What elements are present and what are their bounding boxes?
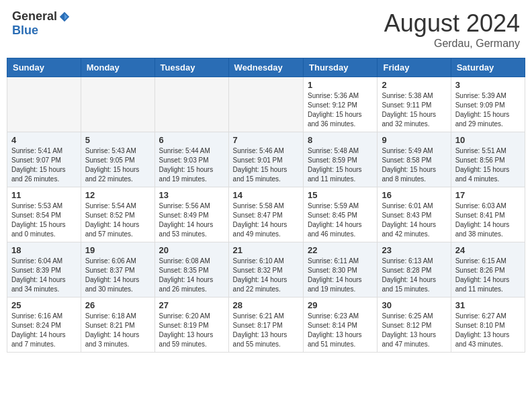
logo-blue-text: Blue xyxy=(12,24,38,38)
calendar-table: Sunday Monday Tuesday Wednesday Thursday… xyxy=(7,58,525,353)
day-number: 14 xyxy=(233,190,299,200)
table-row: 18Sunrise: 6:04 AMSunset: 8:39 PMDayligh… xyxy=(7,242,81,298)
day-number: 2 xyxy=(382,80,446,90)
day-info: Sunrise: 6:18 AMSunset: 8:21 PMDaylight:… xyxy=(85,312,150,349)
day-number: 22 xyxy=(308,245,373,255)
day-info: Sunrise: 5:53 AMSunset: 8:54 PMDaylight:… xyxy=(11,201,77,239)
table-row: 5Sunrise: 5:43 AMSunset: 9:05 PMDaylight… xyxy=(81,132,154,187)
day-number: 21 xyxy=(233,245,299,255)
table-row: 29Sunrise: 6:23 AMSunset: 8:14 PMDayligh… xyxy=(304,298,378,353)
table-row: 1Sunrise: 5:36 AMSunset: 9:12 PMDaylight… xyxy=(304,77,378,132)
day-info: Sunrise: 6:01 AMSunset: 8:43 PMDaylight:… xyxy=(382,201,446,239)
day-number: 24 xyxy=(455,245,521,255)
title-section: August 2024 Gerdau, Germany xyxy=(384,9,520,50)
header-monday: Monday xyxy=(81,58,154,77)
day-info: Sunrise: 5:58 AMSunset: 8:47 PMDaylight:… xyxy=(233,201,299,239)
header-friday: Friday xyxy=(378,58,451,77)
table-row: 30Sunrise: 6:25 AMSunset: 8:12 PMDayligh… xyxy=(378,298,451,353)
day-number: 15 xyxy=(308,190,373,200)
table-row: 26Sunrise: 6:18 AMSunset: 8:21 PMDayligh… xyxy=(81,298,154,353)
table-row: 7Sunrise: 5:46 AMSunset: 9:01 PMDaylight… xyxy=(228,132,303,187)
day-info: Sunrise: 5:59 AMSunset: 8:45 PMDaylight:… xyxy=(308,201,373,239)
table-row: 17Sunrise: 6:03 AMSunset: 8:41 PMDayligh… xyxy=(451,187,525,242)
location-subtitle: Gerdau, Germany xyxy=(384,38,520,50)
day-info: Sunrise: 6:16 AMSunset: 8:24 PMDaylight:… xyxy=(11,312,77,349)
day-number: 10 xyxy=(455,135,521,145)
header-saturday: Saturday xyxy=(451,58,525,77)
table-row: 14Sunrise: 5:58 AMSunset: 8:47 PMDayligh… xyxy=(228,187,303,242)
table-row: 24Sunrise: 6:15 AMSunset: 8:26 PMDayligh… xyxy=(451,242,525,298)
day-number: 12 xyxy=(85,190,150,200)
table-row: 22Sunrise: 6:11 AMSunset: 8:30 PMDayligh… xyxy=(304,242,378,298)
logo-icon xyxy=(58,11,71,23)
day-info: Sunrise: 6:03 AMSunset: 8:41 PMDaylight:… xyxy=(455,201,521,239)
day-number: 25 xyxy=(11,300,77,310)
table-row: 15Sunrise: 5:59 AMSunset: 8:45 PMDayligh… xyxy=(304,187,378,242)
table-row: 2Sunrise: 5:38 AMSunset: 9:11 PMDaylight… xyxy=(378,77,451,132)
table-row: 20Sunrise: 6:08 AMSunset: 8:35 PMDayligh… xyxy=(154,242,228,298)
calendar-week-row: 4Sunrise: 5:41 AMSunset: 9:07 PMDaylight… xyxy=(7,132,525,187)
calendar-week-row: 18Sunrise: 6:04 AMSunset: 8:39 PMDayligh… xyxy=(7,242,525,298)
day-number: 9 xyxy=(382,135,446,145)
table-row: 28Sunrise: 6:21 AMSunset: 8:17 PMDayligh… xyxy=(228,298,303,353)
table-row: 23Sunrise: 6:13 AMSunset: 8:28 PMDayligh… xyxy=(378,242,451,298)
table-row: 11Sunrise: 5:53 AMSunset: 8:54 PMDayligh… xyxy=(7,187,81,242)
table-row: 19Sunrise: 6:06 AMSunset: 8:37 PMDayligh… xyxy=(81,242,154,298)
day-number: 6 xyxy=(159,135,224,145)
table-row: 10Sunrise: 5:51 AMSunset: 8:56 PMDayligh… xyxy=(451,132,525,187)
day-info: Sunrise: 6:25 AMSunset: 8:12 PMDaylight:… xyxy=(382,312,446,349)
day-number: 31 xyxy=(455,300,521,310)
day-number: 8 xyxy=(308,135,373,145)
day-info: Sunrise: 5:41 AMSunset: 9:07 PMDaylight:… xyxy=(11,146,77,184)
day-info: Sunrise: 5:46 AMSunset: 9:01 PMDaylight:… xyxy=(233,146,299,184)
page-header: General Blue August 2024 Gerdau, Germany xyxy=(7,7,525,52)
table-row: 27Sunrise: 6:20 AMSunset: 8:19 PMDayligh… xyxy=(154,298,228,353)
table-row: 4Sunrise: 5:41 AMSunset: 9:07 PMDaylight… xyxy=(7,132,81,187)
table-row: 21Sunrise: 6:10 AMSunset: 8:32 PMDayligh… xyxy=(228,242,303,298)
table-row xyxy=(228,77,303,132)
day-info: Sunrise: 6:13 AMSunset: 8:28 PMDaylight:… xyxy=(382,257,446,294)
header-tuesday: Tuesday xyxy=(154,58,228,77)
day-info: Sunrise: 6:06 AMSunset: 8:37 PMDaylight:… xyxy=(85,257,150,294)
table-row: 13Sunrise: 5:56 AMSunset: 8:49 PMDayligh… xyxy=(154,187,228,242)
day-info: Sunrise: 5:43 AMSunset: 9:05 PMDaylight:… xyxy=(85,146,150,184)
day-info: Sunrise: 5:48 AMSunset: 8:59 PMDaylight:… xyxy=(308,146,373,184)
day-info: Sunrise: 6:11 AMSunset: 8:30 PMDaylight:… xyxy=(308,257,373,294)
logo: General Blue xyxy=(12,9,71,38)
table-row: 12Sunrise: 5:54 AMSunset: 8:52 PMDayligh… xyxy=(81,187,154,242)
day-number: 3 xyxy=(455,80,521,90)
day-number: 23 xyxy=(382,245,446,255)
day-info: Sunrise: 5:38 AMSunset: 9:11 PMDaylight:… xyxy=(382,91,446,129)
day-number: 11 xyxy=(11,190,77,200)
header-sunday: Sunday xyxy=(7,58,81,77)
day-number: 26 xyxy=(85,300,150,310)
table-row: 25Sunrise: 6:16 AMSunset: 8:24 PMDayligh… xyxy=(7,298,81,353)
month-year-title: August 2024 xyxy=(384,9,520,38)
logo-general-text: General xyxy=(12,9,57,24)
day-info: Sunrise: 6:04 AMSunset: 8:39 PMDaylight:… xyxy=(11,257,77,294)
day-info: Sunrise: 5:39 AMSunset: 9:09 PMDaylight:… xyxy=(455,91,521,129)
day-info: Sunrise: 6:23 AMSunset: 8:14 PMDaylight:… xyxy=(308,312,373,349)
table-row: 8Sunrise: 5:48 AMSunset: 8:59 PMDaylight… xyxy=(304,132,378,187)
day-number: 20 xyxy=(159,245,224,255)
calendar-week-row: 1Sunrise: 5:36 AMSunset: 9:12 PMDaylight… xyxy=(7,77,525,132)
day-number: 16 xyxy=(382,190,446,200)
day-number: 7 xyxy=(233,135,299,145)
day-info: Sunrise: 5:49 AMSunset: 8:58 PMDaylight:… xyxy=(382,146,446,184)
day-number: 13 xyxy=(159,190,224,200)
calendar-header-row: Sunday Monday Tuesday Wednesday Thursday… xyxy=(7,58,525,77)
table-row xyxy=(81,77,154,132)
day-info: Sunrise: 5:56 AMSunset: 8:49 PMDaylight:… xyxy=(159,201,224,239)
calendar-week-row: 25Sunrise: 6:16 AMSunset: 8:24 PMDayligh… xyxy=(7,298,525,353)
day-info: Sunrise: 6:08 AMSunset: 8:35 PMDaylight:… xyxy=(159,257,224,294)
day-number: 1 xyxy=(308,80,373,90)
day-info: Sunrise: 6:27 AMSunset: 8:10 PMDaylight:… xyxy=(455,312,521,349)
day-number: 28 xyxy=(233,300,299,310)
day-number: 4 xyxy=(11,135,77,145)
day-number: 19 xyxy=(85,245,150,255)
day-info: Sunrise: 5:51 AMSunset: 8:56 PMDaylight:… xyxy=(455,146,521,184)
table-row xyxy=(154,77,228,132)
day-info: Sunrise: 5:36 AMSunset: 9:12 PMDaylight:… xyxy=(308,91,373,129)
day-info: Sunrise: 6:20 AMSunset: 8:19 PMDaylight:… xyxy=(159,312,224,349)
day-number: 5 xyxy=(85,135,150,145)
